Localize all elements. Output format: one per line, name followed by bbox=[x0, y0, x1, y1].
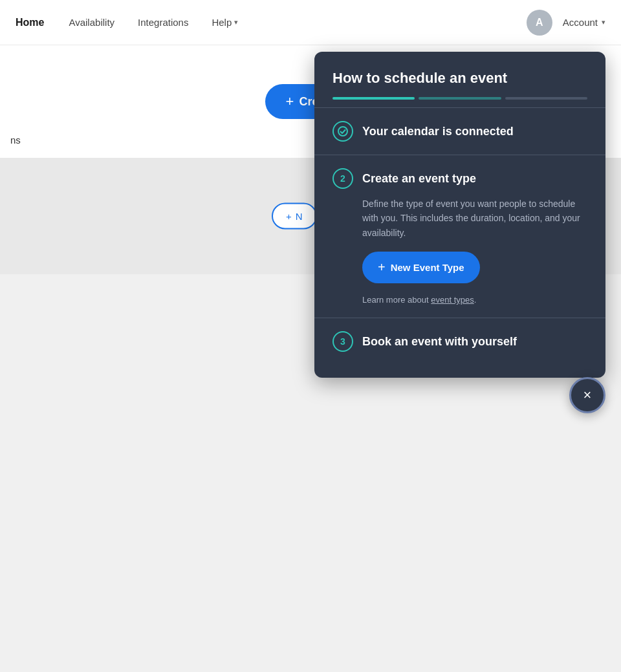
step-1-title: Your calendar is connected bbox=[362, 125, 514, 138]
progress-seg-1 bbox=[332, 97, 415, 100]
nav-account[interactable]: Account ▾ bbox=[563, 17, 605, 28]
new-event-bg-plus-icon: + bbox=[286, 211, 292, 222]
step-3-number-icon: 3 bbox=[332, 331, 353, 352]
close-button[interactable]: × bbox=[569, 377, 605, 413]
new-event-bg-button[interactable]: + N bbox=[272, 203, 317, 230]
step-2-content: Define the type of event you want people… bbox=[332, 197, 587, 305]
left-text: ns bbox=[0, 129, 31, 151]
step-3-title: Book an event with yourself bbox=[362, 335, 517, 349]
create-plus-icon: + bbox=[286, 93, 294, 110]
step-2-number-icon: 2 bbox=[332, 168, 353, 189]
tutorial-panel: How to schedule an event Your calendar i… bbox=[314, 52, 605, 378]
main-area: ns + Create + N How to schedule an event bbox=[0, 45, 621, 672]
step-3: 3 Book an event with yourself bbox=[314, 318, 605, 365]
svg-point-0 bbox=[338, 127, 347, 136]
nav-help[interactable]: Help ▾ bbox=[202, 12, 247, 33]
progress-seg-3 bbox=[505, 97, 587, 100]
account-chevron-icon: ▾ bbox=[602, 18, 605, 27]
step-2: 2 Create an event type Define the type o… bbox=[314, 155, 605, 318]
learn-more: Learn more about event types. bbox=[362, 295, 587, 305]
event-types-link[interactable]: event types bbox=[431, 295, 474, 305]
close-icon: × bbox=[583, 387, 592, 404]
nav-home[interactable]: Home bbox=[16, 17, 44, 28]
step-2-header: 2 Create an event type bbox=[332, 168, 587, 189]
step-2-title: Create an event type bbox=[362, 172, 476, 186]
panel-header: How to schedule an event bbox=[314, 52, 605, 107]
progress-bar bbox=[332, 97, 587, 100]
step-3-header: 3 Book an event with yourself bbox=[332, 331, 587, 352]
nav-availability[interactable]: Availability bbox=[60, 12, 124, 33]
progress-seg-2 bbox=[419, 97, 501, 100]
panel-title: How to schedule an event bbox=[332, 70, 587, 87]
step-1: Your calendar is connected bbox=[314, 108, 605, 155]
nav-integrations[interactable]: Integrations bbox=[129, 12, 197, 33]
avatar: A bbox=[527, 10, 552, 36]
navbar: Home Availability Integrations Help ▾ A … bbox=[0, 0, 621, 45]
step-1-header: Your calendar is connected bbox=[332, 121, 587, 142]
help-chevron-icon: ▾ bbox=[234, 18, 238, 27]
new-event-plus-icon: + bbox=[378, 260, 386, 275]
new-event-type-button[interactable]: + New Event Type bbox=[362, 252, 480, 283]
step-1-check-icon bbox=[332, 121, 353, 142]
step-2-description: Define the type of event you want people… bbox=[362, 197, 587, 240]
